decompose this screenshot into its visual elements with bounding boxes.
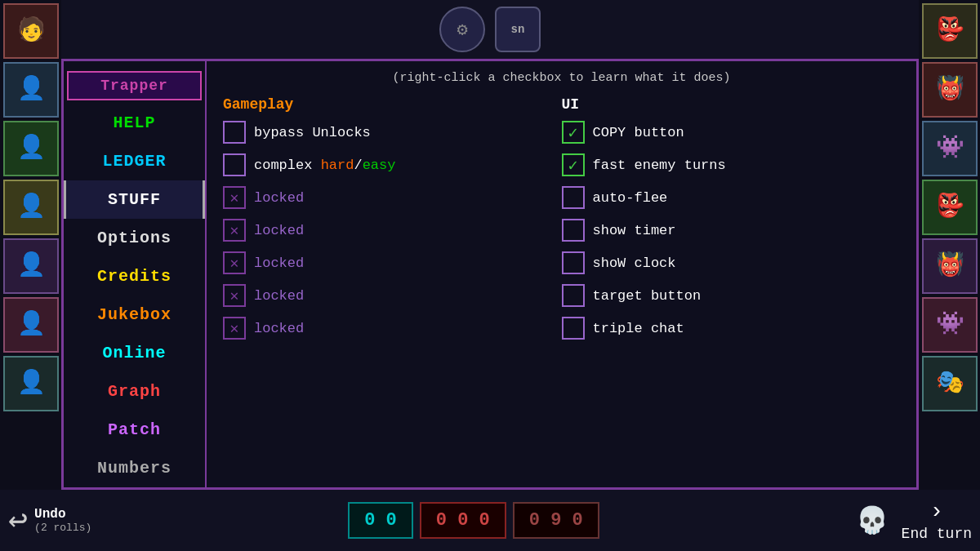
sidebar-item-credits[interactable]: Credits	[64, 257, 205, 295]
checkbox-target-button[interactable]	[562, 284, 585, 307]
option-fast-enemy-turns: fast enemy turns	[562, 153, 901, 176]
sidebar-item-patch[interactable]: Patch	[64, 411, 205, 449]
label-locked-3: locked	[254, 256, 304, 271]
option-locked-1: locked	[223, 186, 562, 209]
option-locked-3: locked	[223, 251, 562, 274]
gear-button[interactable]: ⚙	[439, 7, 485, 52]
sidebar-item-help[interactable]: HELP	[64, 104, 205, 142]
char-panel-left: 🧑 👤 👤 👤 👤 👤 👤	[0, 0, 61, 490]
char-card-r2: 👹	[922, 62, 978, 118]
option-locked-5: locked	[223, 317, 562, 340]
char-card-4: 👤	[3, 180, 59, 235]
top-header: ⚙ sn	[61, 0, 919, 59]
checkbox-locked-4[interactable]	[223, 284, 246, 307]
label-locked-1: locked	[254, 190, 304, 206]
checkbox-locked-3[interactable]	[223, 251, 246, 274]
char-card-3: 👤	[3, 121, 59, 176]
ui-header: UI	[562, 96, 901, 113]
end-turn-label: End turn	[902, 526, 972, 542]
sidebar-item-numbers[interactable]: Numbers	[64, 449, 205, 487]
label-locked-5: locked	[254, 321, 304, 336]
option-bypass-unlocks: bypass Unlocks	[223, 121, 562, 144]
undo-button[interactable]: ↩ Undo (2 rolls)	[8, 500, 91, 540]
undo-label: Undo	[34, 507, 91, 522]
label-complex: complex hard/easy	[254, 158, 395, 173]
label-locked-4: locked	[254, 288, 304, 304]
sn-label: sn	[511, 23, 525, 36]
sidebar-item-jukebox[interactable]: Jukebox	[64, 295, 205, 334]
undo-arrow-icon: ↩	[8, 500, 28, 540]
hint-text: (right-click a checkbox to learn what it…	[223, 71, 900, 85]
checkbox-show-timer[interactable]	[562, 219, 585, 242]
char-card-5: 👤	[3, 238, 59, 294]
trapper-label: Trapper	[67, 71, 202, 100]
checkbox-copy-button[interactable]	[562, 121, 585, 144]
end-turn-button[interactable]: › End turn	[902, 499, 972, 542]
sidebar-item-graph[interactable]: Graph	[64, 372, 205, 411]
content-area: (right-click a checkbox to learn what it…	[207, 61, 916, 487]
option-show-timer: show timer	[562, 219, 901, 242]
char-card-r1: 👺	[922, 3, 978, 59]
checkbox-fast-enemy-turns[interactable]	[562, 153, 585, 176]
checkbox-locked-5[interactable]	[223, 317, 246, 340]
char-card-7: 👤	[3, 356, 59, 411]
ui-column: UI COPY button fast enemy turns auto-fle…	[562, 96, 901, 349]
gameplay-header: Gameplay	[223, 96, 562, 113]
option-triple-chat: triple chat	[562, 317, 901, 340]
label-auto-flee: auto-flee	[593, 190, 668, 206]
undo-sub: (2 rolls)	[34, 522, 91, 534]
char-card-r6: 👾	[922, 297, 978, 353]
checkbox-auto-flee[interactable]	[562, 186, 585, 209]
option-auto-flee: auto-flee	[562, 186, 901, 209]
counter-3: 0 9 0	[513, 502, 599, 539]
undo-text: Undo (2 rolls)	[34, 507, 91, 534]
checkbox-locked-1[interactable]	[223, 186, 246, 209]
sidebar-item-ledger[interactable]: LEDGER	[64, 142, 205, 180]
option-target-button: target button	[562, 284, 901, 307]
counter-1: 0 0	[348, 502, 413, 539]
checkbox-locked-2[interactable]	[223, 219, 246, 242]
label-show-clock: shoW clock	[593, 256, 676, 271]
sidebar-item-online[interactable]: Online	[64, 334, 205, 372]
char-card-1: 🧑	[3, 3, 59, 59]
label-target-button: target button	[593, 288, 702, 304]
char-card-r3: 👾	[922, 121, 978, 176]
option-locked-4: locked	[223, 284, 562, 307]
skull-icon: 💀	[856, 504, 889, 537]
char-card-r4: 👺	[922, 180, 978, 235]
option-locked-2: locked	[223, 219, 562, 242]
sidebar-item-stuff[interactable]: STUFF	[64, 180, 205, 219]
columns-wrapper: Gameplay bypass Unlocks complex hard/eas…	[223, 96, 900, 349]
char-panel-right: 👺 👹 👾 👺 👹 👾 🎭	[919, 0, 980, 490]
sidebar-item-options[interactable]: Options	[64, 219, 205, 257]
label-show-timer: show timer	[593, 223, 676, 238]
char-card-r5: 👹	[922, 238, 978, 294]
char-card-6: 👤	[3, 297, 59, 353]
label-bypass-unlocks: bypass Unlocks	[254, 125, 371, 140]
checkbox-triple-chat[interactable]	[562, 317, 585, 340]
checkbox-complex[interactable]	[223, 153, 246, 176]
label-fast-enemy-turns: fast enemy turns	[593, 158, 726, 173]
bottom-bar: ↩ Undo (2 rolls) 0 0 0 0 0 0 9 0 💀 › End…	[0, 490, 980, 551]
label-triple-chat: triple chat	[593, 321, 684, 336]
label-locked-2: locked	[254, 223, 304, 238]
gameplay-column: Gameplay bypass Unlocks complex hard/eas…	[223, 96, 562, 349]
char-card-2: 👤	[3, 62, 59, 118]
label-copy-button: COPY button	[593, 125, 684, 140]
sn-button[interactable]: sn	[495, 7, 541, 52]
counter-2: 0 0 0	[420, 502, 506, 539]
bottom-counters: 0 0 0 0 0 0 9 0	[348, 502, 599, 539]
option-copy-button: COPY button	[562, 121, 901, 144]
char-card-r7: 🎭	[922, 356, 978, 411]
option-show-clock: shoW clock	[562, 251, 901, 274]
end-turn-chevron-icon: ›	[929, 499, 943, 524]
checkbox-show-clock[interactable]	[562, 251, 585, 274]
option-complex: complex hard/easy	[223, 153, 562, 176]
sidebar-nav: Trapper HELP LEDGER STUFF Options Credit…	[64, 61, 207, 487]
gear-icon: ⚙	[457, 19, 467, 41]
main-panel: Trapper HELP LEDGER STUFF Options Credit…	[61, 59, 919, 490]
checkbox-bypass-unlocks[interactable]	[223, 121, 246, 144]
